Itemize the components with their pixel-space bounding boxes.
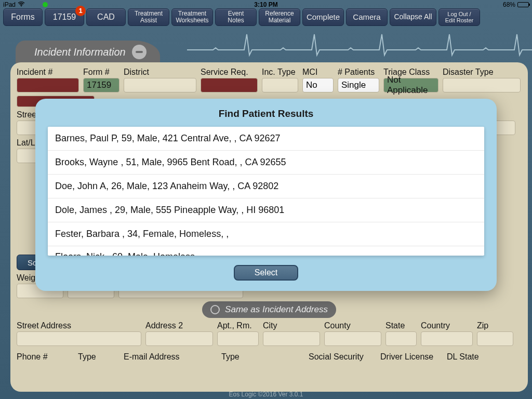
patient-result-row[interactable]: Doe, John A, 26, Male, 123 Anaheim Way, … xyxy=(48,175,484,198)
modal-overlay: Find Patient Results Barnes, Paul P, 59,… xyxy=(0,0,532,399)
patient-result-row[interactable]: Fester, Barbara , 34, Female, Homeless, … xyxy=(48,222,484,246)
patient-result-row[interactable]: Dole, James , 29, Male, 555 Pineapple Wa… xyxy=(48,198,484,222)
patient-result-row[interactable]: Floors, Nick , 60, Male, Homeless, , xyxy=(48,246,484,256)
patient-result-row[interactable]: Brooks, Wayne , 51, Male, 9965 Bent Road… xyxy=(48,151,484,175)
select-button[interactable]: Select xyxy=(234,265,298,281)
find-patient-modal: Find Patient Results Barnes, Paul P, 59,… xyxy=(35,99,497,291)
modal-title: Find Patient Results xyxy=(48,108,484,119)
patient-result-row[interactable]: Barnes, Paul P, 59, Male, 421 Central Av… xyxy=(48,127,484,151)
patient-results-list[interactable]: Barnes, Paul P, 59, Male, 421 Central Av… xyxy=(48,127,484,256)
footer-version: Eos Logic ©2016 Ver 3.0.1 xyxy=(0,391,532,398)
